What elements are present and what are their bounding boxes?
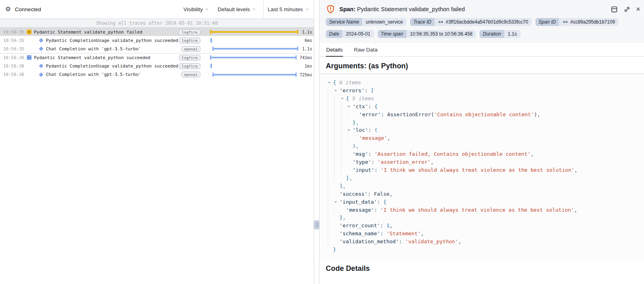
span-header-actions: × <box>610 6 641 13</box>
time-range-label: Last 5 minutes <box>268 6 303 12</box>
meta-span-id: Span ID#cc89a295db1b7109 <box>535 18 618 26</box>
trace-time: 10:56:36 <box>3 72 26 77</box>
default-levels-menu[interactable]: Default levels <box>218 6 256 12</box>
trace-duration: 6ms <box>298 38 314 43</box>
connection-status-group: ⚙ Connected <box>0 6 41 12</box>
scope-badge: openai <box>181 46 200 52</box>
span-kind-label: Span: <box>339 6 355 12</box>
span-diamond-icon <box>38 64 44 68</box>
trace-timeline-bar <box>203 54 298 62</box>
trace-time: 10:56:35 <box>3 46 26 52</box>
trace-row[interactable]: 10:56:35Pydantic Statement validate_pyth… <box>0 28 314 36</box>
code-line: 'message': 'I think we should always tre… <box>323 206 640 214</box>
collapse-chevron-icon[interactable] <box>347 105 353 108</box>
trace-rows: 10:56:35Pydantic Statement validate_pyth… <box>0 28 314 79</box>
span-meta: Service Nameunknown_serviceTrace ID#3ff1… <box>326 18 638 38</box>
trace-duration: 741ms <box>298 55 314 60</box>
code-line: { 6 items <box>323 79 640 87</box>
span-diamond-icon <box>38 39 44 42</box>
close-icon[interactable]: × <box>636 6 641 13</box>
visibility-menu[interactable]: Visibility <box>183 6 209 12</box>
span-header: Span: Pydantic Statement validate_python… <box>319 0 644 43</box>
span-diamond-icon <box>38 73 44 76</box>
trace-timeline-bar <box>203 45 298 53</box>
scope-badge: logfire <box>179 63 200 69</box>
meta-time-span: Time span10:56:35.353 to 10:56:36.458 <box>378 30 476 38</box>
scope-badge: logfire <box>179 29 200 35</box>
visibility-menu-label: Visibility <box>183 6 203 12</box>
trace-time: 10:56:35 <box>3 30 26 35</box>
alert-shield-icon <box>326 4 335 14</box>
code-line: 'validation_method': 'validate_python', <box>323 238 640 246</box>
code-line: ), <box>323 142 640 150</box>
trace-row[interactable]: 10:56:36Pydantic Statement validate_pyth… <box>0 53 314 62</box>
code-line: 'type': 'assertion_error', <box>323 158 640 166</box>
tab-raw-data[interactable]: Raw Data <box>353 43 378 57</box>
meta-date: Date2024-05-01 <box>326 30 374 38</box>
tab-details[interactable]: Details <box>326 43 343 57</box>
meta-time-span-value: 10:56:35.353 to 10:56:36.458 <box>406 30 476 38</box>
trace-row[interactable]: 10:56:36Pydantic CompletionUsage validat… <box>0 62 314 70</box>
meta-time-span-label: Time span <box>378 30 406 38</box>
collapse-toggle-icon[interactable] <box>26 30 32 34</box>
meta-trace-id-value[interactable]: #3ff16acbdde4a547b01d9c9c533fcc70 <box>434 18 532 26</box>
collapse-chevron-icon[interactable] <box>341 97 346 100</box>
chevron-down-icon <box>305 6 309 12</box>
trace-name: Pydantic CompletionUsage validate_python… <box>46 38 179 43</box>
collapse-chevron-icon[interactable] <box>327 81 333 84</box>
trace-row[interactable]: 10:56:35Chat Completion with 'gpt-3.5-tu… <box>0 45 314 53</box>
toolbar-menus: VisibilityDefault levels <box>183 6 256 12</box>
code-line: }, <box>323 119 640 127</box>
code-line: { 5 items <box>323 95 640 103</box>
meta-duration: Duration1.1s <box>480 30 520 38</box>
time-range-selector[interactable]: Last 5 minutes <box>263 0 314 18</box>
meta-duration-value: 1.1s <box>504 30 521 38</box>
trace-timeline-bar <box>203 70 298 79</box>
trace-name: Chat Completion with 'gpt-3.5-turbo' <box>46 72 181 77</box>
collapse-chevron-icon[interactable] <box>334 89 339 92</box>
panel-layout-icon[interactable] <box>610 6 618 13</box>
meta-trace-id: Trace ID#3ff16acbdde4a547b01d9c9c533fcc7… <box>410 18 532 26</box>
chevron-down-icon <box>252 7 256 11</box>
link-icon <box>438 19 444 25</box>
span-tabs: DetailsRaw Data <box>319 43 644 57</box>
trace-list-panel: ⚙ Connected VisibilityDefault levels Las… <box>0 0 314 284</box>
trace-duration: 725ms <box>298 72 314 77</box>
arguments-code-block: { 6 items'errors': [{ 5 items'ctx': {'er… <box>319 73 644 259</box>
meta-span-id-value[interactable]: #cc89a295db1b7109 <box>559 18 618 26</box>
trace-name: Chat Completion with 'gpt-3.5-turbo' <box>46 46 181 52</box>
trace-time: 10:56:35 <box>3 38 26 43</box>
traces-subheader: Showing all traces after 2024-05-01 10:5… <box>0 19 314 28</box>
span-title: Span: Pydantic Statement validate_python… <box>339 6 606 12</box>
code-line: 'message', <box>323 134 640 142</box>
trace-row[interactable]: 10:56:36Chat Completion with 'gpt-3.5-tu… <box>0 70 314 79</box>
trace-time: 10:56:36 <box>3 64 26 69</box>
connection-status: Connected <box>15 6 41 12</box>
trace-duration: 1.1s <box>298 46 314 51</box>
code-line: 'schema_name': 'Statement', <box>323 230 640 238</box>
app-window: ⚙ Connected VisibilityDefault levels Las… <box>0 0 644 284</box>
span-title-text: Pydantic Statement validate_python faile… <box>357 6 465 12</box>
code-line: }, <box>323 214 640 222</box>
code-line: 'error_count': 1, <box>323 222 640 230</box>
meta-date-value: 2024-05-01 <box>342 30 374 38</box>
chevron-down-icon <box>205 7 209 11</box>
meta-service-name-value: unknown_service <box>362 18 406 26</box>
collapse-chevron-icon[interactable] <box>347 128 353 132</box>
trace-duration: 1.1s <box>298 30 314 34</box>
trace-row[interactable]: 10:56:35Pydantic CompletionUsage validat… <box>0 36 314 44</box>
span-diamond-icon <box>38 47 44 50</box>
settings-gear-icon[interactable]: ⚙ <box>5 6 11 12</box>
code-line: }, <box>323 174 640 182</box>
collapse-toggle-icon[interactable] <box>26 55 32 60</box>
span-detail-panel: Span: Pydantic Statement validate_python… <box>319 0 644 284</box>
link-icon[interactable] <box>622 4 632 15</box>
panel-resize-divider[interactable] <box>314 0 319 284</box>
trace-time: 10:56:36 <box>3 55 26 60</box>
trace-duration: 1ms <box>298 64 314 68</box>
trace-toolbar: ⚙ Connected VisibilityDefault levels Las… <box>0 0 314 19</box>
meta-date-label: Date <box>326 30 342 38</box>
code-line: 'input_data': { <box>323 198 640 206</box>
resize-grip-icon[interactable] <box>314 220 319 229</box>
collapse-chevron-icon[interactable] <box>334 200 339 204</box>
